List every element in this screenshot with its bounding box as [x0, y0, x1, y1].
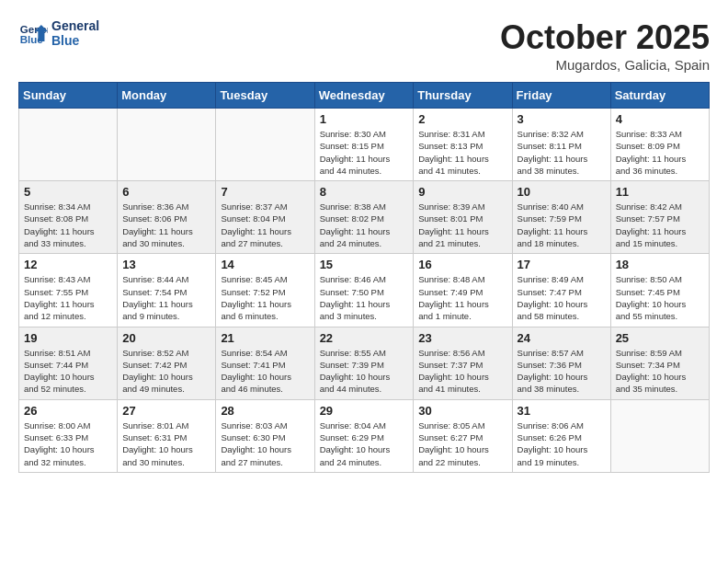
calendar-cell: 28Sunrise: 8:03 AM Sunset: 6:30 PM Dayli… — [216, 399, 314, 472]
day-number: 5 — [24, 185, 112, 199]
weekday-header-tuesday: Tuesday — [216, 83, 314, 109]
week-row-1: 1Sunrise: 8:30 AM Sunset: 8:15 PM Daylig… — [19, 109, 710, 181]
day-number: 22 — [320, 331, 409, 345]
logo-blue: Blue — [51, 33, 99, 48]
day-info: Sunrise: 8:54 AM Sunset: 7:41 PM Dayligh… — [221, 347, 309, 396]
day-number: 19 — [24, 331, 112, 345]
day-number: 27 — [122, 404, 210, 418]
calendar-cell: 26Sunrise: 8:00 AM Sunset: 6:33 PM Dayli… — [19, 399, 118, 472]
calendar-cell: 27Sunrise: 8:01 AM Sunset: 6:31 PM Dayli… — [118, 399, 216, 472]
calendar-table: SundayMondayTuesdayWednesdayThursdayFrid… — [18, 82, 710, 473]
calendar-cell: 1Sunrise: 8:30 AM Sunset: 8:15 PM Daylig… — [314, 109, 414, 181]
day-info: Sunrise: 8:33 AM Sunset: 8:09 PM Dayligh… — [616, 128, 704, 177]
day-info: Sunrise: 8:44 AM Sunset: 7:54 PM Dayligh… — [122, 273, 210, 322]
calendar-cell: 14Sunrise: 8:45 AM Sunset: 7:52 PM Dayli… — [216, 254, 314, 327]
calendar-cell: 31Sunrise: 8:06 AM Sunset: 6:26 PM Dayli… — [512, 399, 610, 472]
day-number: 16 — [418, 258, 506, 271]
calendar-cell: 17Sunrise: 8:49 AM Sunset: 7:47 PM Dayli… — [512, 254, 610, 327]
day-number: 18 — [616, 258, 704, 271]
day-info: Sunrise: 8:51 AM Sunset: 7:44 PM Dayligh… — [24, 347, 112, 396]
day-number: 7 — [221, 185, 309, 199]
day-number: 1 — [320, 112, 409, 126]
day-info: Sunrise: 8:32 AM Sunset: 8:11 PM Dayligh… — [518, 128, 606, 177]
calendar-cell: 23Sunrise: 8:56 AM Sunset: 7:37 PM Dayli… — [414, 327, 512, 399]
logo-general: General — [51, 18, 99, 33]
day-number: 20 — [122, 331, 210, 345]
calendar-cell: 16Sunrise: 8:48 AM Sunset: 7:49 PM Dayli… — [414, 254, 512, 327]
calendar-cell: 13Sunrise: 8:44 AM Sunset: 7:54 PM Dayli… — [118, 254, 216, 327]
day-info: Sunrise: 8:45 AM Sunset: 7:52 PM Dayligh… — [221, 273, 309, 322]
calendar-cell: 8Sunrise: 8:38 AM Sunset: 8:02 PM Daylig… — [314, 181, 414, 254]
day-info: Sunrise: 8:05 AM Sunset: 6:27 PM Dayligh… — [418, 419, 506, 468]
day-info: Sunrise: 8:46 AM Sunset: 7:50 PM Dayligh… — [320, 273, 409, 322]
day-number: 10 — [518, 185, 606, 199]
day-info: Sunrise: 8:52 AM Sunset: 7:42 PM Dayligh… — [122, 347, 210, 396]
day-number: 3 — [518, 112, 606, 126]
weekday-header-sunday: Sunday — [19, 83, 118, 109]
calendar-cell: 29Sunrise: 8:04 AM Sunset: 6:29 PM Dayli… — [314, 399, 414, 472]
day-info: Sunrise: 8:42 AM Sunset: 7:57 PM Dayligh… — [616, 201, 704, 249]
day-info: Sunrise: 8:38 AM Sunset: 8:02 PM Dayligh… — [320, 201, 409, 249]
week-row-5: 26Sunrise: 8:00 AM Sunset: 6:33 PM Dayli… — [19, 399, 710, 472]
day-number: 23 — [418, 331, 506, 345]
week-row-3: 12Sunrise: 8:43 AM Sunset: 7:55 PM Dayli… — [19, 254, 710, 327]
day-number: 11 — [616, 185, 704, 199]
weekday-header-thursday: Thursday — [414, 83, 512, 109]
day-info: Sunrise: 8:37 AM Sunset: 8:04 PM Dayligh… — [221, 201, 309, 249]
day-number: 13 — [122, 258, 210, 271]
day-info: Sunrise: 8:39 AM Sunset: 8:01 PM Dayligh… — [418, 201, 506, 249]
day-info: Sunrise: 8:40 AM Sunset: 7:59 PM Dayligh… — [518, 201, 606, 249]
day-info: Sunrise: 8:49 AM Sunset: 7:47 PM Dayligh… — [518, 273, 606, 322]
day-info: Sunrise: 8:50 AM Sunset: 7:45 PM Dayligh… — [616, 273, 704, 322]
day-number: 30 — [418, 404, 506, 418]
day-info: Sunrise: 8:31 AM Sunset: 8:13 PM Dayligh… — [418, 128, 506, 177]
day-info: Sunrise: 8:30 AM Sunset: 8:15 PM Dayligh… — [320, 128, 409, 177]
calendar-cell: 3Sunrise: 8:32 AM Sunset: 8:11 PM Daylig… — [512, 109, 610, 181]
month-title: October 2025 — [500, 18, 710, 57]
calendar-cell — [216, 109, 314, 181]
day-info: Sunrise: 8:48 AM Sunset: 7:49 PM Dayligh… — [418, 273, 506, 322]
day-info: Sunrise: 8:01 AM Sunset: 6:31 PM Dayligh… — [122, 419, 210, 468]
calendar-cell — [610, 399, 709, 472]
day-number: 24 — [518, 331, 606, 345]
calendar-cell: 18Sunrise: 8:50 AM Sunset: 7:45 PM Dayli… — [610, 254, 709, 327]
day-info: Sunrise: 8:06 AM Sunset: 6:26 PM Dayligh… — [518, 419, 606, 468]
weekday-header-row: SundayMondayTuesdayWednesdayThursdayFrid… — [19, 83, 710, 109]
calendar-cell: 7Sunrise: 8:37 AM Sunset: 8:04 PM Daylig… — [216, 181, 314, 254]
day-number: 21 — [221, 331, 309, 345]
day-number: 28 — [221, 404, 309, 418]
location: Mugardos, Galicia, Spain — [500, 57, 710, 73]
title-block: October 2025 Mugardos, Galicia, Spain — [500, 18, 710, 73]
day-number: 31 — [518, 404, 606, 418]
calendar-cell: 11Sunrise: 8:42 AM Sunset: 7:57 PM Dayli… — [610, 181, 709, 254]
weekday-header-friday: Friday — [512, 83, 610, 109]
calendar-cell: 10Sunrise: 8:40 AM Sunset: 7:59 PM Dayli… — [512, 181, 610, 254]
day-info: Sunrise: 8:59 AM Sunset: 7:34 PM Dayligh… — [616, 347, 704, 396]
day-number: 9 — [418, 185, 506, 199]
day-info: Sunrise: 8:56 AM Sunset: 7:37 PM Dayligh… — [418, 347, 506, 396]
calendar-cell — [19, 109, 118, 181]
week-row-4: 19Sunrise: 8:51 AM Sunset: 7:44 PM Dayli… — [19, 327, 710, 399]
calendar-cell: 20Sunrise: 8:52 AM Sunset: 7:42 PM Dayli… — [118, 327, 216, 399]
day-number: 6 — [122, 185, 210, 199]
calendar-cell: 21Sunrise: 8:54 AM Sunset: 7:41 PM Dayli… — [216, 327, 314, 399]
day-number: 29 — [320, 404, 409, 418]
logo-icon: General Blue — [18, 18, 48, 48]
weekday-header-monday: Monday — [118, 83, 216, 109]
calendar-cell — [118, 109, 216, 181]
day-number: 14 — [221, 258, 309, 271]
day-info: Sunrise: 8:04 AM Sunset: 6:29 PM Dayligh… — [320, 419, 409, 468]
day-info: Sunrise: 8:34 AM Sunset: 8:08 PM Dayligh… — [24, 201, 112, 249]
calendar-cell: 9Sunrise: 8:39 AM Sunset: 8:01 PM Daylig… — [414, 181, 512, 254]
calendar-cell: 2Sunrise: 8:31 AM Sunset: 8:13 PM Daylig… — [414, 109, 512, 181]
calendar-cell: 24Sunrise: 8:57 AM Sunset: 7:36 PM Dayli… — [512, 327, 610, 399]
day-number: 4 — [616, 112, 704, 126]
calendar-cell: 19Sunrise: 8:51 AM Sunset: 7:44 PM Dayli… — [19, 327, 118, 399]
calendar-cell: 4Sunrise: 8:33 AM Sunset: 8:09 PM Daylig… — [610, 109, 709, 181]
calendar-cell: 30Sunrise: 8:05 AM Sunset: 6:27 PM Dayli… — [414, 399, 512, 472]
day-number: 26 — [24, 404, 112, 418]
calendar-cell: 12Sunrise: 8:43 AM Sunset: 7:55 PM Dayli… — [19, 254, 118, 327]
day-info: Sunrise: 8:03 AM Sunset: 6:30 PM Dayligh… — [221, 419, 309, 468]
day-info: Sunrise: 8:57 AM Sunset: 7:36 PM Dayligh… — [518, 347, 606, 396]
weekday-header-wednesday: Wednesday — [314, 83, 414, 109]
